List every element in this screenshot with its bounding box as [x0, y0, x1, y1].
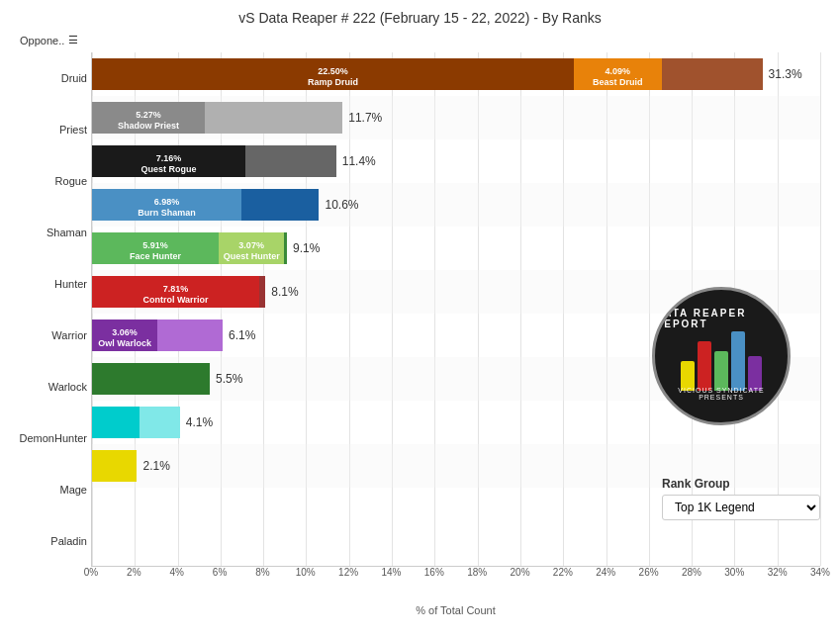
y-axis: DruidPriestRogueShamanHunterWarriorWarlo…	[20, 52, 91, 567]
logo-text-top: DATA REAPER REPORT	[655, 308, 788, 329]
x-label: 30%	[724, 567, 744, 578]
bar-total: 8.1%	[271, 285, 298, 299]
bar-segment-other-hunter	[284, 232, 287, 264]
seg-label: 7.81%Control Warrior	[142, 284, 208, 306]
bar-total: 11.7%	[348, 111, 382, 125]
filter-icon[interactable]: ☰	[68, 34, 78, 46]
rank-group-select[interactable]: Top 1K LegendLegendDiamondPlatinum	[662, 495, 820, 520]
x-label: 24%	[596, 567, 615, 578]
x-label: 6%	[213, 567, 227, 578]
bar-segment-other-warlock	[157, 320, 223, 351]
logo-bar	[714, 351, 728, 391]
seg-label: 3.07%Quest Hunter	[224, 240, 280, 262]
x-label: 14%	[381, 567, 401, 578]
bar-segment-control-warrior: 7.81%Control Warrior	[92, 276, 259, 308]
bar-segment-other-priest	[205, 102, 342, 134]
bar-segment-quest-rogue: 7.16%Quest Rogue	[92, 145, 245, 177]
x-label: 8%	[255, 567, 269, 578]
bar-row-druid: 22.50%Ramp Druid4.09%Beast Druid31.3%	[92, 52, 820, 96]
bar-segment-dh	[92, 363, 210, 395]
bar-total: 2.1%	[142, 459, 169, 473]
seg-label: 7.16%Quest Rogue	[140, 153, 196, 175]
seg-label: 4.09%Beast Druid	[593, 66, 643, 88]
logo-area: DATA REAPER REPORT VICIOUS SYNDICATE PRE…	[652, 287, 810, 445]
bar-total: 10.6%	[325, 198, 358, 212]
grid-line	[820, 52, 821, 566]
seg-label: 5.91%Face Hunter	[130, 240, 181, 262]
bar-total: 5.5%	[216, 372, 242, 386]
x-label: 26%	[639, 567, 659, 578]
y-label-hunter: Hunter	[20, 262, 87, 306]
x-label: 2%	[127, 567, 140, 578]
x-label: 0%	[84, 567, 98, 578]
bar-total: 9.1%	[293, 241, 320, 255]
x-label: 4%	[169, 567, 183, 578]
bar-total: 11.4%	[342, 154, 376, 168]
bar-segment-ramp-druid: 22.50%Ramp Druid	[92, 58, 574, 90]
seg-label: 5.27%Shadow Priest	[118, 110, 179, 132]
logo-bars	[681, 331, 762, 391]
x-label: 12%	[338, 567, 358, 578]
rank-group-label: Rank Group	[662, 477, 820, 491]
bar-total: 6.1%	[229, 328, 255, 342]
bar-segment-other-warrior	[259, 276, 265, 308]
filter-label: Oppone..	[20, 35, 64, 46]
logo-text-bottom: VICIOUS SYNDICATE PRESENTS	[655, 387, 788, 401]
bar-segment-other-rogue	[245, 145, 336, 177]
bar-segment-mage2	[140, 407, 180, 438]
bar-segment-beast-druid: 4.09%Beast Druid	[574, 58, 662, 90]
x-label: 10%	[296, 567, 316, 578]
y-label-druid: Druid	[20, 56, 87, 100]
x-label: 20%	[511, 567, 530, 578]
chart-title: vS Data Reaper # 222 (February 15 - 22, …	[20, 10, 820, 26]
y-label-mage: Mage	[20, 468, 87, 511]
y-label-paladin: Paladin	[20, 519, 87, 563]
logo-circle: DATA REAPER REPORT VICIOUS SYNDICATE PRE…	[652, 287, 791, 425]
filter-bar[interactable]: Oppone.. ☰	[20, 34, 820, 46]
logo-bar	[731, 331, 745, 391]
x-label: 28%	[682, 567, 701, 578]
bar-row-priest: 5.27%Shadow Priest11.7%	[92, 96, 820, 139]
x-label: 22%	[553, 567, 573, 578]
bar-segment-quest-hunter: 3.07%Quest Hunter	[219, 232, 284, 264]
bar-segment-paladin	[92, 450, 137, 482]
x-label: 16%	[424, 567, 444, 578]
seg-label: 6.98%Burn Shaman	[138, 197, 196, 219]
y-label-rogue: Rogue	[20, 159, 87, 203]
bar-segment-owl-warlock: 3.06%Owl Warlock	[92, 320, 157, 351]
bar-segment-shadow-priest: 5.27%Shadow Priest	[92, 102, 205, 134]
bar-segment-other-shaman	[241, 189, 319, 221]
bar-segment-face-hunter: 5.91%Face Hunter	[92, 232, 219, 264]
y-label-warrior: Warrior	[20, 314, 87, 357]
rank-group-area: Rank Group Top 1K LegendLegendDiamondPla…	[662, 477, 820, 520]
bar-total: 31.3%	[769, 67, 802, 81]
y-label-warlock: Warlock	[20, 365, 87, 409]
x-axis-title: % of Total Count	[91, 604, 820, 616]
logo-bar	[748, 356, 762, 391]
x-label: 32%	[768, 567, 788, 578]
y-label-priest: Priest	[20, 108, 87, 151]
logo-bar	[698, 341, 711, 391]
x-label: 34%	[810, 567, 830, 578]
seg-label: 22.50%Ramp Druid	[308, 66, 358, 88]
bar-row-shaman: 6.98%Burn Shaman10.6%	[92, 183, 820, 227]
bar-total: 4.1%	[186, 415, 213, 429]
bar-segment-other-druid	[662, 58, 763, 90]
bar-row-hunter: 5.91%Face Hunter3.07%Quest Hunter9.1%	[92, 227, 820, 270]
y-label-shaman: Shaman	[20, 211, 87, 254]
bar-segment-mage1	[92, 407, 140, 438]
bar-segment-burn-shaman: 6.98%Burn Shaman	[92, 189, 241, 221]
seg-label: 3.06%Owl Warlock	[98, 327, 151, 349]
y-label-demonhunter: DemonHunter	[20, 416, 87, 460]
x-label: 18%	[467, 567, 487, 578]
bar-row-rogue: 7.16%Quest Rogue11.4%	[92, 139, 820, 183]
x-axis: 0%2%4%6%8%10%12%14%16%18%20%22%24%26%28%…	[91, 567, 820, 587]
